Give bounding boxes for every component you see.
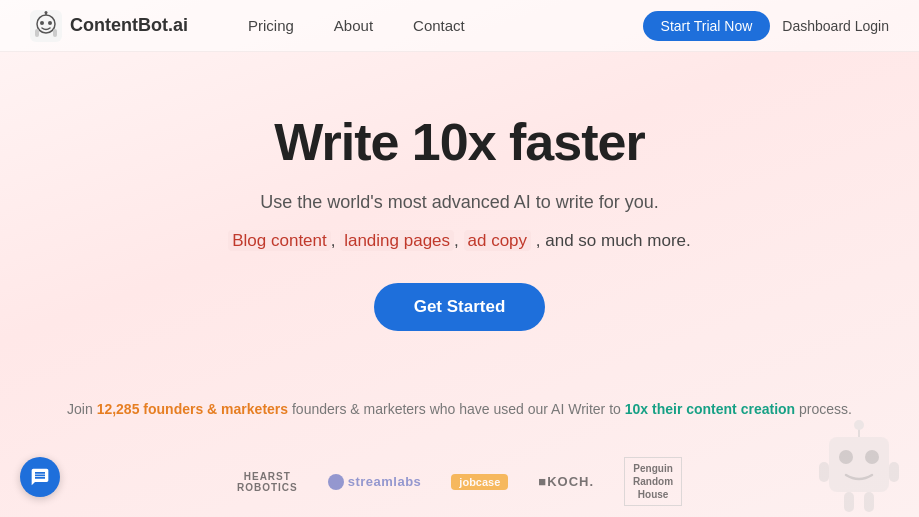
brand-hearst: HEARSTROBOTICS — [237, 471, 298, 493]
svg-rect-11 — [819, 462, 829, 482]
nav-links: Pricing About Contact — [248, 17, 465, 34]
tag-ad-copy: ad copy — [464, 230, 532, 251]
svg-point-9 — [839, 450, 853, 464]
social-proof-text: Join 12,285 founders & marketers founder… — [0, 401, 919, 417]
social-proof-count: 12,285 — [97, 401, 140, 417]
social-proof-highlight: 10x their content creation — [625, 401, 795, 417]
svg-rect-8 — [829, 437, 889, 492]
decorative-robot — [799, 417, 919, 517]
tag-landing-pages: landing pages — [340, 230, 454, 251]
svg-rect-14 — [864, 492, 874, 512]
nav-link-about[interactable]: About — [334, 17, 373, 34]
streamlabs-icon — [328, 474, 344, 490]
navbar: ContentBot.ai Pricing About Contact Star… — [0, 0, 919, 52]
nav-link-contact[interactable]: Contact — [413, 17, 465, 34]
social-proof-suffix: process. — [795, 401, 852, 417]
nav-right: Start Trial Now Dashboard Login — [643, 11, 889, 41]
chat-widget-button[interactable] — [20, 457, 60, 497]
logo-text: ContentBot.ai — [70, 15, 188, 36]
svg-point-10 — [865, 450, 879, 464]
hero-tags: Blog content, landing pages, ad copy , a… — [228, 231, 691, 251]
social-proof-middle: founders & marketers who have used our A… — [288, 401, 625, 417]
svg-point-2 — [40, 21, 44, 25]
nav-link-pricing[interactable]: Pricing — [248, 17, 294, 34]
brand-logos: HEARSTROBOTICS streamlabs jobcase ■KOCH.… — [0, 447, 919, 516]
svg-point-5 — [45, 11, 48, 14]
tag-blog-content: Blog content — [228, 230, 331, 251]
social-proof-founders: founders & marketers — [139, 401, 288, 417]
svg-rect-13 — [844, 492, 854, 512]
svg-point-3 — [48, 21, 52, 25]
start-trial-button[interactable]: Start Trial Now — [643, 11, 771, 41]
svg-rect-7 — [53, 29, 57, 37]
logo-link[interactable]: ContentBot.ai — [30, 10, 188, 42]
get-started-button[interactable]: Get Started — [374, 283, 546, 331]
social-proof: Join 12,285 founders & marketers founder… — [0, 401, 919, 417]
brand-penguin: PenguinRandomHouse — [624, 457, 682, 506]
dashboard-login-button[interactable]: Dashboard Login — [782, 18, 889, 34]
svg-point-16 — [854, 420, 864, 430]
logo-icon — [30, 10, 62, 42]
hero-tags-suffix: , and so much more. — [536, 231, 691, 250]
brand-koch: ■KOCH. — [538, 474, 594, 489]
hero-section: Write 10x faster Use the world's most ad… — [0, 52, 919, 391]
hero-subtitle: Use the world's most advanced AI to writ… — [260, 192, 659, 213]
brand-jobcase: jobcase — [451, 474, 508, 490]
brand-streamlabs: streamlabs — [328, 474, 422, 490]
svg-rect-12 — [889, 462, 899, 482]
social-proof-prefix: Join — [67, 401, 97, 417]
hero-title: Write 10x faster — [274, 112, 644, 172]
svg-rect-6 — [35, 29, 39, 37]
chat-icon — [30, 467, 50, 487]
